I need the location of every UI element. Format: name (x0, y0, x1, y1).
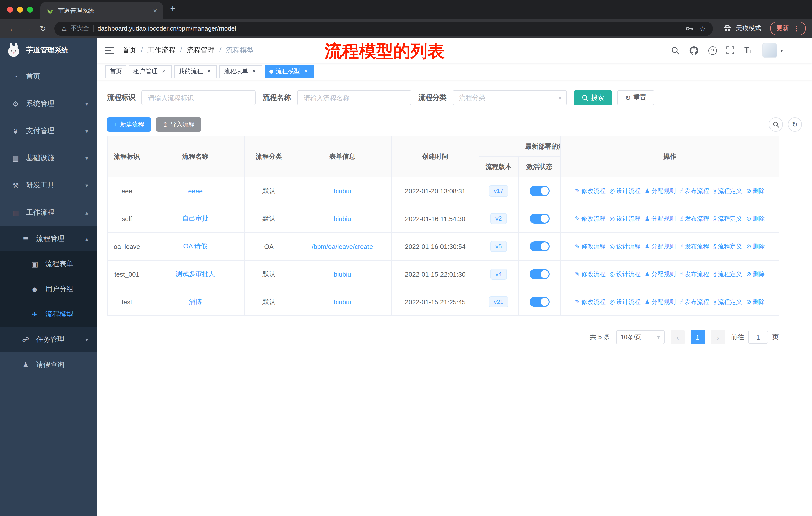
tab-close-icon[interactable]: × (151, 6, 159, 15)
sidebar-item-process-management[interactable]: ≣流程管理▴ (0, 226, 97, 251)
form-info-link[interactable]: biubiu (334, 187, 351, 195)
github-icon[interactable] (689, 46, 699, 55)
browser-tab[interactable]: 芋道管理系统 × (40, 2, 163, 19)
active-switch[interactable] (529, 186, 549, 196)
action-publish[interactable]: ☝发布流程 (679, 214, 709, 223)
form-info-link[interactable]: biubiu (334, 298, 351, 306)
address-bar[interactable]: ⚠ 不安全 dashboard.yudao.iocoder.cn/bpm/man… (54, 21, 713, 35)
tag-my-process[interactable]: 我的流程× (174, 65, 217, 78)
back-icon[interactable]: ← (6, 22, 19, 35)
breadcrumb-home[interactable]: 首页 (122, 46, 143, 55)
action-design[interactable]: ◎设计流程 (610, 270, 641, 278)
action-design[interactable]: ◎设计流程 (610, 187, 641, 195)
action-assign-rule[interactable]: ♟分配规则 (645, 187, 676, 195)
import-process-button[interactable]: ↥ 导入流程 (156, 117, 201, 132)
action-modify[interactable]: ✎修改流程 (575, 270, 606, 278)
process-key-input[interactable] (141, 90, 256, 105)
sidebar-item-system[interactable]: ⚙系统管理▾ (0, 90, 97, 117)
prev-page-button[interactable]: ‹ (671, 330, 685, 344)
action-modify[interactable]: ✎修改流程 (575, 298, 606, 306)
key-icon[interactable] (686, 24, 693, 32)
action-assign-rule[interactable]: ♟分配规则 (645, 242, 676, 251)
sidebar-item-workflow[interactable]: ▦工作流程▴ (0, 199, 97, 226)
sidebar-item-leave-query[interactable]: ♟请假查询 (0, 352, 97, 377)
form-info-link[interactable]: biubiu (334, 215, 351, 222)
tag-process-model[interactable]: 流程模型× (265, 65, 314, 78)
browser-update-button[interactable]: 更新 ⋮ (770, 22, 806, 35)
toggle-search-button[interactable] (769, 117, 783, 132)
action-publish[interactable]: ☝发布流程 (679, 298, 709, 306)
user-avatar[interactable] (762, 43, 777, 58)
action-definition[interactable]: §流程定义 (713, 187, 742, 195)
search-button[interactable]: 搜索 (574, 90, 612, 105)
active-switch[interactable] (529, 269, 549, 279)
action-delete[interactable]: ⊘删除 (746, 214, 765, 223)
action-design[interactable]: ◎设计流程 (610, 298, 641, 306)
create-process-button[interactable]: + 新建流程 (107, 117, 151, 132)
refresh-table-button[interactable]: ↻ (788, 117, 802, 132)
action-definition[interactable]: §流程定义 (713, 270, 742, 278)
action-design[interactable]: ◎设计流程 (610, 214, 641, 223)
action-assign-rule[interactable]: ♟分配规则 (645, 214, 676, 223)
form-info-link[interactable]: /bpm/oa/leave/create (312, 243, 373, 250)
close-icon[interactable]: × (251, 68, 258, 75)
action-delete[interactable]: ⊘删除 (746, 298, 765, 306)
action-definition[interactable]: §流程定义 (713, 242, 742, 251)
font-size-icon[interactable]: TT (744, 46, 753, 54)
sidebar-item-user-group[interactable]: ☻用户分组 (0, 277, 97, 302)
close-window-button[interactable] (7, 6, 13, 12)
sidebar-item-home[interactable]: ◔首页 (0, 63, 97, 90)
form-info-link[interactable]: biubiu (334, 270, 351, 278)
help-icon[interactable]: ? (708, 46, 717, 55)
action-delete[interactable]: ⊘删除 (746, 187, 765, 195)
bookmark-star-icon[interactable]: ☆ (699, 24, 706, 32)
action-modify[interactable]: ✎修改流程 (575, 187, 606, 195)
new-tab-button[interactable]: + (163, 3, 175, 16)
process-category-select[interactable]: 流程分类 ▾ (453, 90, 567, 105)
app-logo[interactable]: 芋道管理系统 (0, 38, 97, 63)
action-delete[interactable]: ⊘删除 (746, 242, 765, 251)
process-name-link[interactable]: 滔博 (189, 298, 202, 305)
forward-icon[interactable]: → (21, 22, 34, 35)
process-name-link[interactable]: OA 请假 (183, 242, 207, 250)
maximize-window-button[interactable] (27, 6, 33, 12)
sidebar-item-infrastructure[interactable]: ▤基础设施▾ (0, 145, 97, 172)
action-assign-rule[interactable]: ♟分配规则 (645, 270, 676, 278)
close-icon[interactable]: × (302, 68, 310, 75)
goto-page-input[interactable] (748, 331, 768, 344)
action-design[interactable]: ◎设计流程 (610, 242, 641, 251)
action-publish[interactable]: ☝发布流程 (679, 242, 709, 251)
process-name-link[interactable]: eeee (188, 187, 203, 195)
breadcrumb-process-management[interactable]: 流程管理 (187, 46, 222, 55)
sidebar-item-process-form[interactable]: ▣流程表单 (0, 251, 97, 277)
reload-icon[interactable]: ↻ (36, 22, 49, 35)
action-definition[interactable]: §流程定义 (713, 214, 742, 223)
reset-button[interactable]: ↻ 重置 (617, 90, 655, 105)
close-icon[interactable]: × (205, 68, 212, 75)
breadcrumb-workflow[interactable]: 工作流程 (147, 46, 182, 55)
next-page-button[interactable]: › (711, 330, 725, 344)
current-page-button[interactable]: 1 (691, 330, 705, 344)
user-menu[interactable]: ▾ (762, 43, 783, 58)
search-icon[interactable] (671, 46, 680, 55)
action-modify[interactable]: ✎修改流程 (575, 214, 606, 223)
minimize-window-button[interactable] (17, 6, 23, 12)
tag-home[interactable]: 首页 (105, 65, 126, 78)
sidebar-item-dev-tools[interactable]: ⚒研发工具▾ (0, 172, 97, 199)
sidebar-item-task-management[interactable]: ☍任务管理▾ (0, 327, 97, 352)
close-icon[interactable]: × (160, 68, 167, 75)
action-publish[interactable]: ☝发布流程 (679, 187, 709, 195)
process-name-input[interactable] (297, 90, 411, 105)
menu-dots-icon[interactable]: ⋮ (793, 24, 800, 32)
action-definition[interactable]: §流程定义 (713, 298, 742, 306)
fullscreen-icon[interactable] (727, 46, 735, 54)
active-switch[interactable] (529, 241, 549, 251)
action-modify[interactable]: ✎修改流程 (575, 242, 606, 251)
sidebar-item-payment[interactable]: ¥支付管理▾ (0, 117, 97, 145)
active-switch[interactable] (529, 214, 549, 224)
process-name-link[interactable]: 自己审批 (182, 215, 208, 222)
tag-tenant[interactable]: 租户管理× (129, 65, 172, 78)
page-size-select[interactable]: 10条/页 ▾ (616, 330, 665, 344)
tag-process-form[interactable]: 流程表单× (220, 65, 262, 78)
hamburger-icon[interactable] (97, 38, 122, 63)
